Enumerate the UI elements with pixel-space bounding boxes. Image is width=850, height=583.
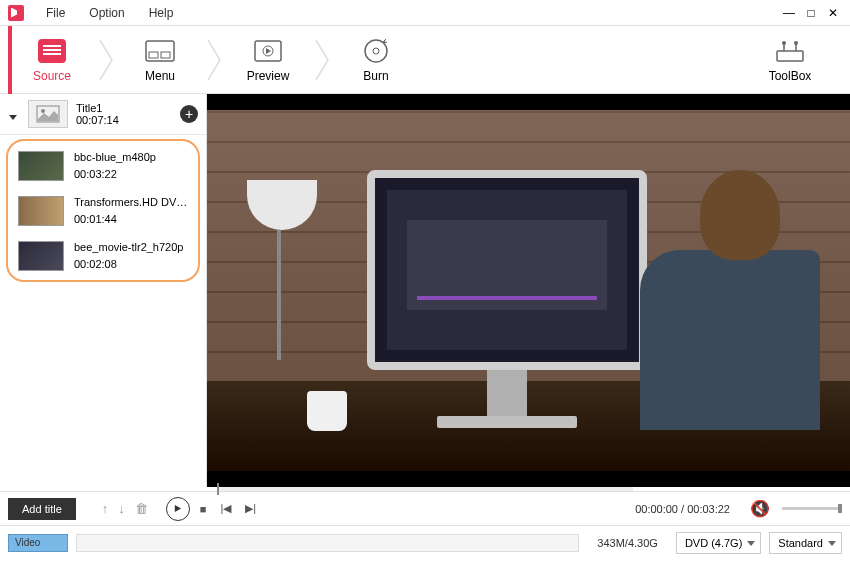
time-current: 00:00:00 xyxy=(635,503,678,515)
source-sidebar: Title1 00:07:14 + bbc-blue_m480p 00:03:2… xyxy=(0,94,207,487)
next-button[interactable]: ▶| xyxy=(241,502,260,515)
clip-name: bee_movie-tlr2_h720p xyxy=(74,239,183,256)
timeline-scrubber[interactable] xyxy=(217,487,633,491)
title-duration: 00:07:14 xyxy=(76,114,172,126)
title-info: Title1 00:07:14 xyxy=(76,102,172,126)
tab-menu-label: Menu xyxy=(145,69,175,83)
add-title-button[interactable]: Add title xyxy=(8,498,76,520)
menu-file[interactable]: File xyxy=(34,6,77,20)
time-total: 00:03:22 xyxy=(687,503,730,515)
tab-source-label: Source xyxy=(33,69,71,83)
quality-dropdown[interactable]: Standard xyxy=(769,532,842,554)
svg-rect-2 xyxy=(161,52,170,58)
svg-point-6 xyxy=(373,48,379,54)
source-icon xyxy=(38,39,66,63)
video-track-label[interactable]: Video xyxy=(8,534,68,552)
capacity-track xyxy=(76,534,579,552)
tab-preview-label: Preview xyxy=(247,69,290,83)
clip-thumbnail xyxy=(18,151,64,181)
tab-menu[interactable]: Menu xyxy=(116,26,204,94)
tab-toolbox[interactable]: ToolBox xyxy=(746,26,834,94)
clip-name: bbc-blue_m480p xyxy=(74,149,156,166)
move-up-icon[interactable]: ↑ xyxy=(102,501,109,516)
play-button[interactable] xyxy=(166,497,190,521)
preview-pane[interactable] xyxy=(207,94,850,487)
svg-point-10 xyxy=(782,41,786,45)
tab-source[interactable]: Source xyxy=(8,26,96,94)
playback-controls: Add title ↑ ↓ 🗑 ■ |◀ ▶| 00:00:00 / 00:03… xyxy=(0,491,850,525)
delete-icon[interactable]: 🗑 xyxy=(135,501,148,516)
svg-point-13 xyxy=(41,109,45,113)
title-row[interactable]: Title1 00:07:14 + xyxy=(0,94,206,135)
tab-burn-label: Burn xyxy=(363,69,388,83)
bottom-bar: Video 343M/4.30G DVD (4.7G) Standard xyxy=(0,525,850,559)
burn-icon xyxy=(360,37,392,65)
preview-icon xyxy=(252,37,284,65)
svg-point-11 xyxy=(794,41,798,45)
app-icon xyxy=(8,5,24,21)
volume-icon[interactable]: 🔇 xyxy=(750,499,770,518)
preview-frame xyxy=(207,110,850,471)
clip-duration: 00:02:08 xyxy=(74,256,183,273)
clip-item[interactable]: bee_movie-tlr2_h720p 00:02:08 xyxy=(8,233,198,278)
tab-toolbox-label: ToolBox xyxy=(769,69,812,83)
move-down-icon[interactable]: ↓ xyxy=(118,501,125,516)
clip-duration: 00:03:22 xyxy=(74,166,156,183)
clip-info: Transformers.HD DVD... 00:01:44 xyxy=(74,194,188,227)
clip-info: bee_movie-tlr2_h720p 00:02:08 xyxy=(74,239,183,272)
toolbox-icon xyxy=(774,37,806,65)
title-name: Title1 xyxy=(76,102,172,114)
clip-duration: 00:01:44 xyxy=(74,211,188,228)
size-label: 343M/4.30G xyxy=(587,537,668,549)
menu-help[interactable]: Help xyxy=(137,6,186,20)
minimize-button[interactable]: — xyxy=(780,4,798,22)
tab-preview[interactable]: Preview xyxy=(224,26,312,94)
disc-type-dropdown[interactable]: DVD (4.7G) xyxy=(676,532,761,554)
volume-slider[interactable] xyxy=(782,507,842,510)
title-bar: File Option Help — □ ✕ xyxy=(0,0,850,26)
clip-thumbnail xyxy=(18,241,64,271)
title-thumbnail xyxy=(28,100,68,128)
clip-name: Transformers.HD DVD... xyxy=(74,194,188,211)
clip-thumbnail xyxy=(18,196,64,226)
clip-list: bbc-blue_m480p 00:03:22 Transformers.HD … xyxy=(6,139,200,282)
svg-rect-1 xyxy=(149,52,158,58)
close-button[interactable]: ✕ xyxy=(824,4,842,22)
maximize-button[interactable]: □ xyxy=(802,4,820,22)
tab-separator xyxy=(312,26,332,94)
main-area: Title1 00:07:14 + bbc-blue_m480p 00:03:2… xyxy=(0,94,850,487)
clip-item[interactable]: Transformers.HD DVD... 00:01:44 xyxy=(8,188,198,233)
add-clip-button[interactable]: + xyxy=(180,105,198,123)
svg-rect-7 xyxy=(777,51,803,61)
clip-info: bbc-blue_m480p 00:03:22 xyxy=(74,149,156,182)
prev-button[interactable]: |◀ xyxy=(216,502,235,515)
tab-burn[interactable]: Burn xyxy=(332,26,420,94)
main-toolbar: Source Menu Preview Burn ToolBox xyxy=(0,26,850,94)
expand-icon[interactable] xyxy=(8,108,20,120)
tab-separator xyxy=(204,26,224,94)
time-display: 00:00:00 / 00:03:22 xyxy=(635,503,730,515)
stop-button[interactable]: ■ xyxy=(196,503,211,515)
menu-icon xyxy=(144,37,176,65)
tab-separator xyxy=(96,26,116,94)
menu-option[interactable]: Option xyxy=(77,6,136,20)
clip-item[interactable]: bbc-blue_m480p 00:03:22 xyxy=(8,143,198,188)
